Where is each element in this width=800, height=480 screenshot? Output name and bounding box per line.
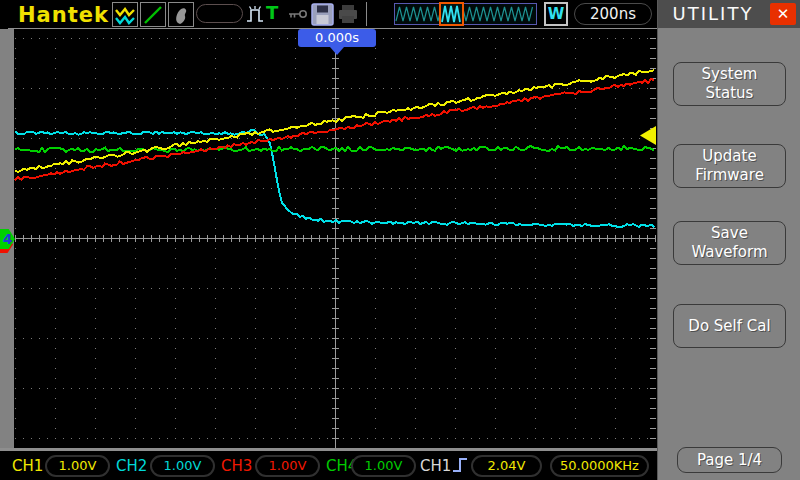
waveform-overview-strip[interactable] — [394, 3, 537, 25]
ch1-scale-readout: 1.00V — [45, 455, 110, 477]
hand-icon — [170, 4, 192, 26]
ch1-label: CH1 — [12, 457, 43, 475]
cursor-measure-button[interactable] — [140, 2, 166, 27]
ch3-label: CH3 — [221, 457, 252, 475]
do-self-cal-button[interactable]: Do Self Cal — [673, 304, 786, 348]
hand-tool-button[interactable] — [168, 2, 194, 27]
rising-edge-icon — [452, 455, 469, 475]
horizontal-position-pointer — [330, 47, 344, 55]
utility-panel: UTILITY ✕ System Status Update Firmware … — [657, 0, 800, 480]
pulse-icon — [245, 3, 265, 25]
zoom-window-waveform-icon — [441, 4, 462, 24]
overview-zoom-window[interactable] — [439, 2, 464, 26]
close-button[interactable]: ✕ — [770, 3, 796, 25]
trigger-frequency-readout: 50.0000KHz — [550, 455, 649, 477]
update-firmware-button[interactable]: Update Firmware — [673, 144, 786, 188]
lock-button[interactable] — [286, 2, 310, 26]
acquire-mode-badge[interactable]: W — [544, 2, 568, 26]
utility-header: UTILITY ✕ — [658, 0, 800, 28]
waveform-display — [14, 29, 657, 448]
brand-logo: Hantek — [18, 3, 109, 27]
ch2-label: CH2 — [116, 457, 147, 475]
acquisition-status-indicator — [196, 4, 243, 23]
trigger-source-label: CH1 — [420, 457, 451, 475]
floppy-disk-icon — [311, 3, 334, 26]
ch2-scale-readout: 1.00V — [150, 455, 215, 477]
overview-waveform-icon — [395, 4, 536, 24]
waveforms-icon — [114, 4, 136, 26]
panel-title: UTILITY — [658, 3, 768, 24]
diagonal-line-icon — [142, 4, 164, 26]
timebase-readout: 200ns — [574, 3, 652, 25]
horizontal-position-tag[interactable]: 0.000s — [298, 29, 376, 47]
print-button[interactable] — [336, 2, 360, 26]
channel-status-bar: CH1 1.00V CH2 1.00V CH3 1.00V CH4 1.00V … — [0, 451, 657, 480]
key-icon — [287, 7, 309, 21]
channels-display-button[interactable] — [112, 2, 138, 27]
save-waveform-button[interactable]: Save Waveform — [673, 221, 786, 265]
toolbar-separator — [366, 2, 367, 26]
system-status-button[interactable]: System Status — [673, 62, 786, 106]
top-toolbar: Hantek T — [0, 0, 657, 28]
trigger-indicator: T — [266, 2, 278, 23]
printer-icon — [337, 3, 359, 25]
trigger-mode-button[interactable] — [243, 2, 267, 26]
save-button[interactable] — [310, 2, 334, 26]
ch3-scale-readout: 1.00V — [255, 455, 320, 477]
ch4-scale-readout: 1.00V — [351, 455, 416, 477]
page-indicator-button[interactable]: Page 1/4 — [677, 447, 782, 473]
trigger-level-readout: 2.04V — [471, 455, 542, 477]
